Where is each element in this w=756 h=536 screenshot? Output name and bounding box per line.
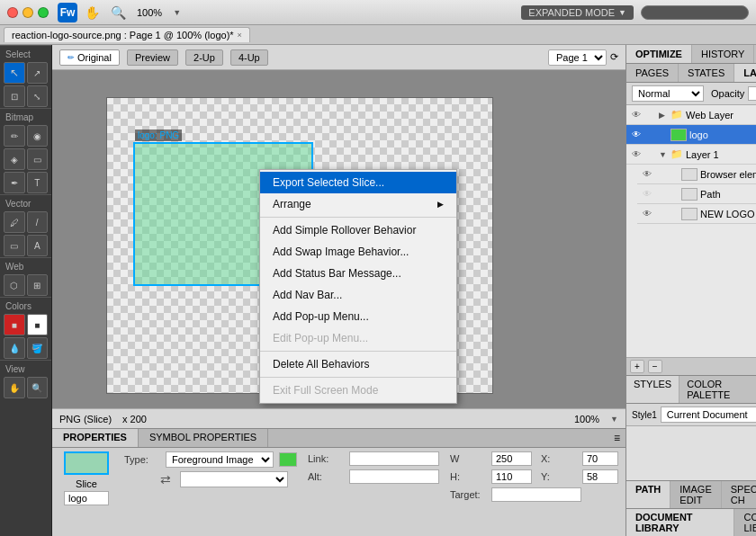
ctx-add-swap[interactable]: Add Swap Image Behavior...: [260, 241, 456, 263]
ctx-add-rollover[interactable]: Add Simple Rollover Behavior: [260, 219, 456, 241]
folder-icon-layer1: 📁: [670, 148, 683, 160]
x-input[interactable]: [582, 451, 618, 466]
text-tool[interactable]: T: [27, 172, 49, 193]
ctx-export-slice[interactable]: Export Selected Slice...: [260, 172, 456, 193]
four-up-view-button[interactable]: 4-Up: [230, 49, 268, 66]
page-dropdown[interactable]: Page 1: [548, 49, 607, 66]
expand-icon-layer1[interactable]: ▼: [659, 150, 668, 159]
layer-web-layer[interactable]: 👁 ▶ 📁 Web Layer ⊙: [626, 105, 756, 125]
hotspot-tool[interactable]: ⬡: [4, 274, 25, 296]
target-input[interactable]: [491, 487, 581, 502]
pages-tab[interactable]: PAGES: [626, 64, 679, 82]
close-button[interactable]: [7, 7, 18, 18]
pen-tool[interactable]: ✒: [4, 172, 25, 193]
stamp-tool[interactable]: ◈: [4, 148, 25, 170]
styles-doc-select[interactable]: Current Document: [661, 406, 756, 423]
ctx-add-popup[interactable]: Add Pop-up Menu...: [260, 306, 456, 327]
path-tab[interactable]: PATH: [626, 481, 670, 508]
hand-tool-icon[interactable]: ✋: [85, 5, 100, 20]
layer-new-logo[interactable]: 👁 NEW LOGO: [637, 204, 756, 224]
link-input[interactable]: [349, 451, 439, 466]
ctx-delete-behaviors[interactable]: Delete All Behaviors: [260, 353, 456, 375]
eyedropper-tool[interactable]: 💧: [4, 337, 25, 359]
select-tool[interactable]: ↖: [4, 62, 25, 84]
original-view-button[interactable]: ✏ Original: [59, 49, 120, 66]
maximize-button[interactable]: [38, 7, 49, 18]
height-input[interactable]: [491, 469, 532, 484]
blur-tool[interactable]: ◉: [27, 125, 49, 147]
layer-1[interactable]: 👁 ▼ 📁 Layer 1: [626, 145, 756, 165]
alt-row: Alt:: [308, 469, 439, 484]
color-palette-tab-btn[interactable]: COLOR PALETTE: [680, 376, 756, 403]
doc-library-tab[interactable]: DOCUMENT LIBRARY: [626, 509, 734, 536]
optimize-tab[interactable]: OPTIMIZE: [626, 45, 692, 63]
preview-view-button[interactable]: Preview: [127, 49, 178, 66]
two-up-view-button[interactable]: 2-Up: [185, 49, 223, 66]
pen-vector-tool[interactable]: 🖊: [4, 211, 25, 233]
logo-thumb: [670, 129, 687, 141]
visibility-icon-layer1[interactable]: 👁: [630, 148, 643, 161]
ctx-add-status[interactable]: Add Status Bar Message...: [260, 263, 456, 284]
y-input[interactable]: [582, 469, 618, 484]
paint-bucket-tool[interactable]: 🪣: [27, 337, 49, 359]
file-tab[interactable]: reaction-logo-source.png : Page 1 @ 100%…: [4, 27, 250, 42]
states-tab[interactable]: STATES: [679, 64, 734, 82]
width-input[interactable]: [491, 451, 532, 466]
search-input[interactable]: [641, 5, 749, 20]
styles-tab-btn[interactable]: STYLES: [626, 376, 680, 403]
zoom-view-tool[interactable]: 🔍: [27, 377, 49, 398]
eraser-tool[interactable]: ▭: [27, 148, 49, 170]
slice-name-input[interactable]: [64, 491, 109, 505]
alt-input[interactable]: [349, 469, 439, 484]
w-label: W: [450, 453, 486, 464]
canvas-content[interactable]: logo: PNG Export Selected Slice... Arran…: [52, 70, 626, 408]
props-toggle-icon[interactable]: ≡: [608, 429, 626, 447]
page-nav-icon[interactable]: ⟳: [610, 51, 618, 63]
special-ch-tab[interactable]: SPECIAL CH: [722, 481, 756, 508]
tab-close-button[interactable]: ×: [238, 31, 242, 40]
layer-browser-elements[interactable]: 👁 Browser elements ver...: [637, 165, 756, 184]
visibility-icon-path[interactable]: 👁: [641, 188, 653, 201]
expand-icon-web-layer[interactable]: ▶: [659, 111, 668, 120]
visibility-icon-logo[interactable]: 👁: [630, 129, 643, 141]
zoom-dropdown-icon[interactable]: ▼: [173, 8, 181, 17]
fill-color[interactable]: ■: [27, 314, 49, 335]
ctx-add-navbar[interactable]: Add Nav Bar...: [260, 284, 456, 306]
visibility-icon-newlogo[interactable]: 👁: [641, 208, 653, 220]
bitmap-tool[interactable]: ✏: [4, 125, 25, 147]
sub-type-select[interactable]: [180, 471, 288, 487]
select-behind-tool[interactable]: ↗: [27, 62, 49, 84]
properties-tab[interactable]: PROPERTIES: [52, 429, 139, 447]
lock-icon-logo: [645, 130, 656, 140]
symbol-properties-tab[interactable]: SYMBOL PROPERTIES: [139, 429, 268, 447]
layer-path[interactable]: 👁 Path: [637, 184, 756, 204]
layer-logo[interactable]: 👁 logo: [626, 125, 756, 145]
image-edit-tab[interactable]: IMAGE EDIT: [670, 481, 721, 508]
history-tab[interactable]: HISTORY: [692, 45, 755, 63]
opacity-input[interactable]: [748, 86, 756, 101]
crop-tool[interactable]: ⊡: [4, 85, 25, 107]
minimize-button[interactable]: [22, 7, 33, 18]
stroke-color[interactable]: ■: [4, 314, 25, 335]
common-library-tab[interactable]: COMMON LIBRARY: [734, 509, 756, 536]
ctx-arrange[interactable]: Arrange ▶: [260, 193, 456, 215]
window-controls[interactable]: [7, 7, 49, 18]
hand-view-tool[interactable]: ✋: [4, 377, 25, 398]
new-layer-button[interactable]: +: [630, 360, 644, 373]
line-tool[interactable]: /: [27, 211, 49, 233]
layers-tab[interactable]: LAYERS: [734, 64, 756, 82]
visibility-icon-web-layer[interactable]: 👁: [630, 109, 643, 121]
zoom-tool-icon[interactable]: 🔍: [111, 5, 126, 20]
blend-mode-select[interactable]: Normal: [632, 85, 704, 102]
zoom-adjust-icon[interactable]: ▼: [610, 415, 618, 424]
styles-tabs: STYLES COLOR PALETTE SWATCHES: [626, 376, 756, 404]
slice-color-swatch[interactable]: [279, 452, 297, 467]
visibility-icon-browser[interactable]: 👁: [641, 168, 653, 181]
slice-tool[interactable]: ⊞: [27, 274, 49, 296]
shape-tool[interactable]: ▭: [4, 235, 25, 256]
expanded-mode-button[interactable]: EXPANDED MODE ▼: [521, 5, 634, 20]
text-vector-tool[interactable]: A: [27, 235, 49, 256]
delete-layer-button[interactable]: −: [648, 360, 662, 373]
type-select[interactable]: Foreground Image: [166, 451, 274, 468]
scale-tool[interactable]: ⤡: [27, 85, 49, 107]
